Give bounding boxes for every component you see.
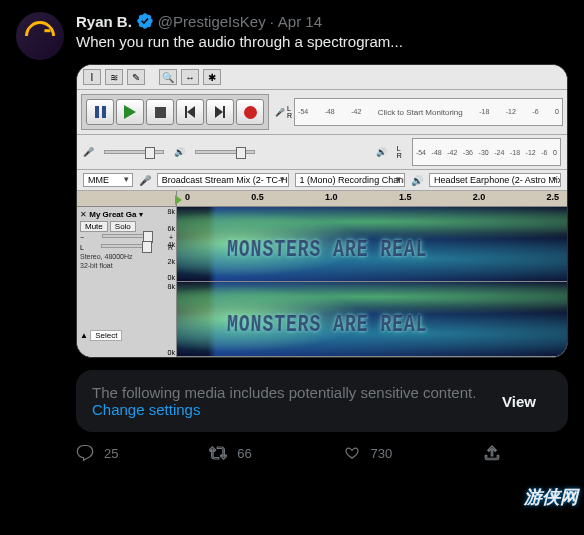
- db-tick: -54: [416, 149, 426, 156]
- track-name: My Great Ga: [89, 210, 136, 219]
- input-device-dropdown: Broadcast Stream Mix (2- TC-Hel: [157, 173, 289, 187]
- db-tick: -12: [506, 108, 516, 117]
- audacity-tool-row: I ≋ ✎ 🔍 ↔ ✱: [77, 65, 567, 90]
- selection-tool-icon: I: [83, 69, 101, 85]
- avatar[interactable]: [16, 12, 64, 60]
- freq-scale: 8k0k: [155, 282, 175, 357]
- ruler-tick: 2.5: [546, 192, 559, 205]
- time-ruler: 0 0.5 1.0 1.5 2.0 2.5: [77, 191, 567, 207]
- spectrogram-channel-right: MONSTERS ARE REAL: [177, 282, 567, 357]
- db-tick: -54: [298, 108, 308, 117]
- speaker-icon: 🔊: [411, 175, 423, 186]
- pause-button: [86, 99, 114, 125]
- reply-icon: [76, 444, 94, 462]
- media-attachment[interactable]: I ≋ ✎ 🔍 ↔ ✱: [76, 64, 568, 358]
- skip-end-button: [206, 99, 234, 125]
- audacity-screenshot: I ≋ ✎ 🔍 ↔ ✱: [77, 65, 567, 357]
- mic-icon: 🎤: [139, 175, 151, 186]
- reply-count: 25: [104, 446, 118, 461]
- db-tick: -18: [479, 108, 489, 117]
- play-button: [116, 99, 144, 125]
- spectrogram-channel-left: MONSTERS ARE REAL: [177, 207, 567, 282]
- db-tick: -18: [510, 149, 520, 156]
- mic-icon: 🎤: [83, 147, 94, 157]
- ruler-tick: 1.0: [325, 192, 338, 205]
- db-tick: 0: [553, 149, 557, 156]
- mute-button: Mute: [80, 221, 108, 232]
- tweet-date[interactable]: Apr 14: [278, 13, 322, 30]
- like-count: 730: [371, 446, 393, 461]
- like-button[interactable]: 730: [343, 444, 393, 462]
- db-tick: -6: [532, 108, 538, 117]
- playhead-marker-icon: [175, 195, 182, 205]
- user-handle[interactable]: @PrestigeIsKey: [158, 13, 266, 30]
- slider-row: 🎤 🔊 🔊 LR -54 -48 -42 -36 -30: [77, 135, 567, 170]
- verified-badge-icon: [136, 12, 154, 30]
- skip-start-button: [176, 99, 204, 125]
- reply-button[interactable]: 25: [76, 444, 118, 462]
- speaker-icon: 🔊: [174, 147, 185, 157]
- dot-separator: ·: [270, 13, 274, 30]
- retweet-icon: [209, 444, 227, 462]
- view-button[interactable]: View: [486, 385, 552, 418]
- rec-volume-slider: [104, 150, 164, 154]
- transport-controls: [81, 94, 269, 130]
- db-tick: -30: [479, 149, 489, 156]
- ruler-tick: 1.5: [399, 192, 412, 205]
- db-tick: -48: [432, 149, 442, 156]
- db-tick: -36: [463, 149, 473, 156]
- draw-tool-icon: ✎: [127, 69, 145, 85]
- retweet-button[interactable]: 66: [209, 444, 251, 462]
- freq-scale: 8k6k4k2k0k: [155, 207, 175, 282]
- mic-icon: 🎤: [275, 108, 285, 117]
- output-device-dropdown: Headset Earphone (2- Astro MixA: [429, 173, 561, 187]
- recording-meter: 🎤 LR -54 -48 -42 Click to Start Monitori…: [275, 98, 563, 126]
- db-tick: -48: [325, 108, 335, 117]
- tweet-actions: 25 66 730: [76, 444, 501, 462]
- db-tick: -6: [541, 149, 547, 156]
- retweet-count: 66: [237, 446, 251, 461]
- track-area: ✕ My Great Ga ▾ Mute Solo −+ LR Stereo, …: [77, 207, 567, 357]
- channels-dropdown: 1 (Mono) Recording Chann: [295, 173, 406, 187]
- sensitive-content-card: The following media includes potentially…: [76, 370, 568, 432]
- db-tick: -42: [351, 108, 361, 117]
- play-volume-slider: [195, 150, 255, 154]
- multi-tool-icon: ✱: [203, 69, 221, 85]
- change-settings-link[interactable]: Change settings: [92, 401, 476, 418]
- solo-button: Solo: [110, 221, 136, 232]
- monitor-hint: Click to Start Monitoring: [378, 108, 463, 117]
- spectrogram-hidden-text: MONSTERS ARE REAL: [226, 236, 428, 262]
- spectrogram-hidden-text: MONSTERS ARE REAL: [226, 311, 428, 337]
- speaker-icon: 🔊: [376, 147, 387, 157]
- select-button: Select: [90, 330, 122, 341]
- db-tick: 0: [555, 108, 559, 117]
- tweet-container: Ryan B. @PrestigeIsKey · Apr 14 When you…: [0, 0, 584, 474]
- record-button: [236, 99, 264, 125]
- sensitive-message: The following media includes potentially…: [92, 384, 476, 401]
- user-row: Ryan B. @PrestigeIsKey · Apr 14: [76, 12, 322, 30]
- timeshift-tool-icon: ↔: [181, 69, 199, 85]
- share-icon: [483, 444, 501, 462]
- display-name[interactable]: Ryan B.: [76, 13, 132, 30]
- envelope-tool-icon: ≋: [105, 69, 123, 85]
- db-tick: -42: [447, 149, 457, 156]
- stop-button: [146, 99, 174, 125]
- db-tick: -12: [526, 149, 536, 156]
- device-row: MME 🎤 Broadcast Stream Mix (2- TC-Hel 1 …: [77, 170, 567, 191]
- ruler-tick: 0: [185, 192, 190, 205]
- zoom-tool-icon: 🔍: [159, 69, 177, 85]
- db-tick: -24: [494, 149, 504, 156]
- share-button[interactable]: [483, 444, 501, 462]
- ruler-tick: 0.5: [251, 192, 264, 205]
- tweet-text: When you run the audio through a spectro…: [76, 32, 568, 52]
- watermark: 游侠网: [524, 485, 578, 509]
- audio-host-dropdown: MME: [83, 173, 133, 187]
- ruler-tick: 2.0: [473, 192, 486, 205]
- heart-icon: [343, 444, 361, 462]
